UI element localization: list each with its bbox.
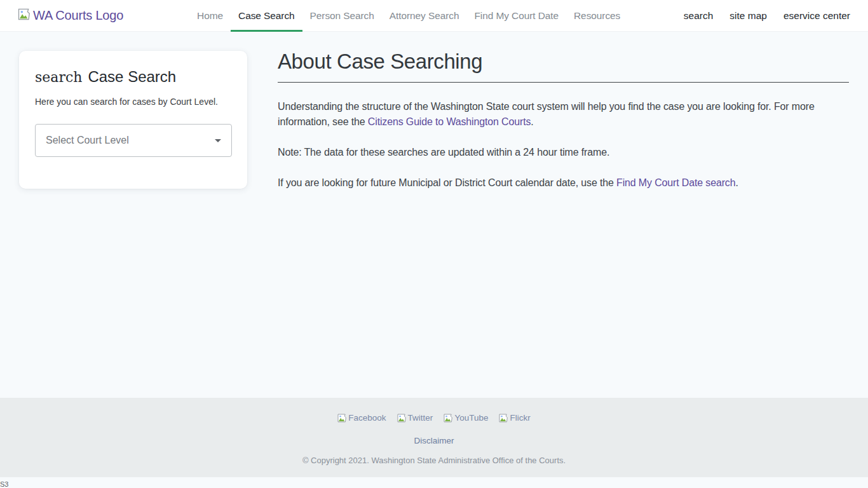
top-navigation-bar: WA Courts Logo Home Case Search Person S… <box>0 0 868 32</box>
paragraph-intro: Understanding the structure of the Washi… <box>278 99 849 130</box>
twitter-link[interactable]: Twitter <box>397 413 433 423</box>
bottom-strip: S3 <box>0 477 868 488</box>
court-level-select-value: Select Court Level <box>46 135 129 146</box>
social-links-row: Facebook Twitter YouTube Flic <box>337 413 530 423</box>
paragraph-intro-period: . <box>531 116 533 127</box>
wa-courts-logo[interactable]: WA Courts Logo <box>18 0 123 31</box>
broken-image-icon <box>397 414 407 423</box>
paragraph-court-date-text: If you are looking for future Municipal … <box>278 177 616 188</box>
find-my-court-date-link[interactable]: Find My Court Date search <box>616 177 735 188</box>
nav-item-home[interactable]: Home <box>189 0 231 31</box>
flickr-alt-text: Flickr <box>510 413 530 423</box>
nav-item-find-my-court-date[interactable]: Find My Court Date <box>466 0 566 31</box>
paragraph-court-date: If you are looking for future Municipal … <box>278 175 849 191</box>
case-search-card: search Case Search Here you can search f… <box>19 51 247 189</box>
citizens-guide-link[interactable]: Citizens Guide to Washington Courts <box>368 116 531 127</box>
utility-search-link[interactable]: search <box>684 10 714 22</box>
utility-eservice-center-link[interactable]: eservice center <box>783 10 850 22</box>
broken-image-icon <box>499 414 509 423</box>
logo-alt-text: WA Courts Logo <box>33 8 123 23</box>
broken-image-icon <box>18 8 32 23</box>
broken-image-icon <box>444 414 454 423</box>
copyright-text: © Copyright 2021. Washington State Admin… <box>302 456 566 465</box>
nav-item-resources[interactable]: Resources <box>566 0 628 31</box>
disclaimer-link[interactable]: Disclaimer <box>414 436 454 445</box>
paragraph-note: Note: The data for these searches are up… <box>278 145 849 160</box>
about-section: About Case Searching Understanding the s… <box>278 50 849 206</box>
main-nav: Home Case Search Person Search Attorney … <box>189 0 628 31</box>
status-bar-label: S3 <box>0 480 8 488</box>
page-content: search Case Search Here you can search f… <box>0 32 868 398</box>
utility-site-map-link[interactable]: site map <box>729 10 767 22</box>
facebook-alt-text: Facebook <box>348 413 386 423</box>
nav-item-attorney-search[interactable]: Attorney Search <box>382 0 467 31</box>
chevron-down-icon <box>215 139 221 142</box>
broken-image-icon <box>337 414 348 423</box>
search-icon: search <box>35 69 82 85</box>
footer: Facebook Twitter YouTube Flic <box>0 398 868 477</box>
page-title: About Case Searching <box>278 50 849 74</box>
card-subtitle: Here you can search for cases by Court L… <box>35 97 231 107</box>
utility-nav: search site map eservice center <box>684 0 850 31</box>
twitter-alt-text: Twitter <box>408 413 433 423</box>
card-title: Case Search <box>88 68 176 86</box>
card-title-row: search Case Search <box>35 68 231 86</box>
youtube-alt-text: YouTube <box>454 413 488 423</box>
facebook-link[interactable]: Facebook <box>337 413 386 423</box>
youtube-link[interactable]: YouTube <box>444 413 488 423</box>
paragraph-court-date-period: . <box>735 177 738 188</box>
nav-item-person-search[interactable]: Person Search <box>302 0 382 31</box>
title-divider <box>278 82 849 83</box>
flickr-link[interactable]: Flickr <box>499 413 530 423</box>
nav-item-case-search[interactable]: Case Search <box>231 0 302 31</box>
paragraph-intro-text: Understanding the structure of the Washi… <box>278 101 815 127</box>
court-level-select[interactable]: Select Court Level <box>35 124 232 157</box>
